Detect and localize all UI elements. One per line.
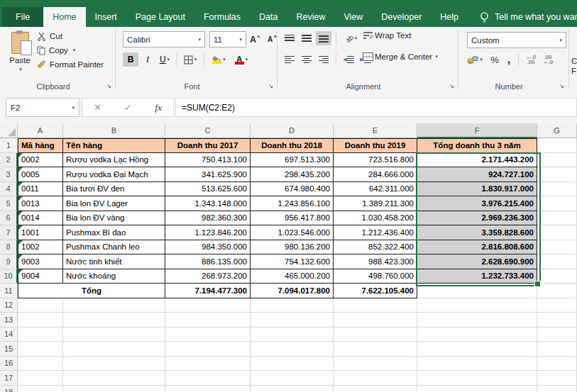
cell-B4[interactable]: Bia tươi ĐV đen [63, 182, 165, 197]
conditional-formatting-button-clipped[interactable]: C F [571, 27, 577, 92]
cell-D7[interactable]: 1.023.546.000 [251, 225, 334, 240]
cell-D1[interactable]: Doanh thu 2018 [251, 138, 334, 153]
copy-dropdown-arrow[interactable]: ▾ [73, 47, 76, 53]
enter-button[interactable]: ✓ [124, 102, 132, 113]
cell-E9[interactable]: 988.423.300 [334, 254, 417, 269]
cell-F2[interactable]: 2.171.443.200 [417, 153, 537, 168]
cell-D18[interactable] [251, 386, 334, 392]
tab-insert[interactable]: Insert [86, 7, 126, 27]
cell-E15[interactable] [334, 342, 417, 357]
row-header-7[interactable]: 7 [0, 225, 18, 240]
cell-D14[interactable] [251, 327, 334, 342]
row-header-4[interactable]: 4 [0, 182, 18, 197]
cell-F16[interactable] [417, 357, 537, 371]
merge-center-button[interactable]: Merge & Center [375, 52, 432, 61]
column-header-C[interactable]: C [165, 123, 251, 138]
cell-B5[interactable]: Bia lon ĐV Lager [63, 196, 165, 211]
cell-F14[interactable] [417, 327, 537, 342]
orientation-button[interactable]: ab▾ [341, 31, 362, 45]
align-middle-button[interactable] [299, 31, 314, 45]
cell-B6[interactable]: Bia lon ĐV vàng [63, 211, 165, 226]
number-format-select[interactable]: Custom▾ [467, 32, 566, 48]
underline-button[interactable]: U▾ [157, 52, 172, 67]
row-header-10[interactable]: 10 [0, 269, 18, 284]
cell-B3[interactable]: Rượu vodka Đại Mạch [63, 167, 165, 182]
cell-F3[interactable]: 924.727.100 [417, 167, 537, 182]
cell-C13[interactable] [165, 313, 251, 327]
cell-G8[interactable] [537, 240, 577, 255]
cell-A12[interactable] [18, 298, 63, 313]
percent-style-button[interactable]: % [487, 52, 502, 67]
accounting-format-button[interactable]: ▾ [464, 52, 485, 67]
cell-C9[interactable]: 886.135.000 [165, 254, 251, 269]
cell-C15[interactable] [165, 342, 251, 357]
cell-B2[interactable]: Rượu vodka Lạc Hồng [63, 153, 165, 168]
cell-F10[interactable]: 1.232.733.400 [417, 269, 537, 284]
cell-C11[interactable]: 7.194.477.300 [165, 284, 251, 298]
fill-color-button[interactable]: ▾ [208, 52, 229, 67]
cell-A13[interactable] [18, 313, 63, 327]
cell-B9[interactable]: Nước tinh khiết [63, 254, 165, 269]
cell-E3[interactable]: 284.666.000 [334, 167, 417, 182]
tab-home[interactable]: Home [43, 7, 85, 27]
row-header-5[interactable]: 5 [0, 196, 18, 211]
row-header-16[interactable]: 16 [0, 357, 18, 371]
cell-A8[interactable]: 1002 [18, 240, 63, 255]
insert-function-button[interactable]: fx [155, 102, 162, 113]
cell-A1[interactable]: Mã hàng [18, 138, 63, 153]
cell-A2[interactable]: 0002 [18, 153, 63, 168]
cell-F5[interactable]: 3.976.215.400 [417, 196, 537, 211]
cell-B18[interactable] [63, 386, 165, 392]
grow-font-button[interactable]: A▲ [248, 33, 263, 47]
cell-E12[interactable] [334, 298, 417, 313]
italic-button[interactable]: I [140, 52, 155, 67]
cell-D10[interactable]: 465.000.200 [251, 269, 334, 284]
cell-D12[interactable] [251, 298, 334, 313]
cell-E2[interactable]: 723.516.800 [334, 153, 417, 168]
cell-D17[interactable] [251, 371, 334, 386]
cell-C5[interactable]: 1.343.148.000 [165, 196, 251, 211]
align-top-button[interactable] [282, 31, 297, 45]
cell-F15[interactable] [417, 342, 537, 357]
cell-C12[interactable] [165, 298, 251, 313]
align-right-button[interactable] [316, 52, 331, 67]
cell-F12[interactable] [417, 298, 537, 313]
cell-G9[interactable] [537, 254, 577, 269]
cell-C1[interactable]: Doanh thu 2017 [165, 138, 251, 153]
cell-C3[interactable]: 341.625.900 [165, 167, 251, 182]
tab-developer[interactable]: Developer [372, 7, 431, 27]
row-header-13[interactable]: 13 [0, 313, 18, 327]
cell-B16[interactable] [63, 357, 165, 371]
cell-A7[interactable]: 1001 [18, 225, 63, 240]
paste-button[interactable]: Paste ▾ [4, 30, 35, 84]
cell-E8[interactable]: 852.322.400 [334, 240, 417, 255]
cell-C10[interactable]: 268.973.200 [165, 269, 251, 284]
cell-E11[interactable]: 7.622.105.400 [334, 284, 417, 298]
cell-A16[interactable] [18, 357, 63, 371]
paste-dropdown-arrow[interactable]: ▾ [19, 67, 22, 72]
cell-D16[interactable] [251, 357, 334, 371]
row-header-9[interactable]: 9 [0, 254, 18, 269]
cell-D11[interactable]: 7.094.017.800 [251, 284, 334, 298]
name-box[interactable]: F2 ▾ [6, 98, 79, 117]
cell-G16[interactable] [537, 357, 577, 371]
cell-B14[interactable] [63, 327, 165, 342]
cell-D15[interactable] [251, 342, 334, 357]
cell-C4[interactable]: 513.625.600 [165, 182, 251, 197]
tell-me-box[interactable]: Tell me what you want to [479, 7, 577, 27]
cell-F1[interactable]: Tổng doanh thu 3 năm [417, 138, 537, 153]
cell-A17[interactable] [18, 371, 63, 386]
cell-F11[interactable] [417, 284, 537, 298]
cell-C8[interactable]: 984.350.000 [165, 240, 251, 255]
cell-E13[interactable] [334, 313, 417, 327]
row-header-14[interactable]: 14 [0, 327, 18, 342]
cell-A5[interactable]: 0013 [18, 196, 63, 211]
cell-G13[interactable] [537, 313, 577, 327]
tab-view[interactable]: View [334, 7, 372, 27]
cell-G17[interactable] [537, 371, 577, 386]
cell-A10[interactable]: 9004 [18, 269, 63, 284]
cell-C18[interactable] [165, 386, 251, 392]
wrap-text-button[interactable]: Wrap Text [375, 31, 411, 40]
cell-E6[interactable]: 1.030.458.200 [334, 211, 417, 226]
row-header-12[interactable]: 12 [0, 298, 18, 313]
